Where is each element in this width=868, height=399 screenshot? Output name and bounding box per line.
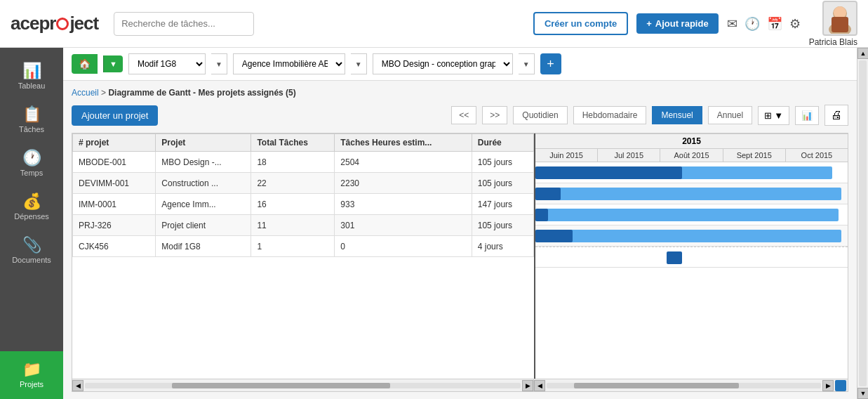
sidebar-label-temps: Temps xyxy=(20,169,43,177)
content-area: 🏠 ▼ Modif 1G8 ▼ Agence Immobilière ABC ▼… xyxy=(63,48,857,399)
header-icons: ✉ 🕐 📅 ⚙ xyxy=(727,16,801,32)
scroll-down-arrow[interactable]: ▼ xyxy=(857,388,868,399)
nav-next-button[interactable]: >> xyxy=(482,106,507,124)
home-button[interactable]: 🏠 xyxy=(72,54,98,74)
creer-compte-button[interactable]: Créer un compte xyxy=(533,12,628,35)
breadcrumb: Accueil > Diagramme de Gantt - Mes proje… xyxy=(72,88,848,98)
gantt-bar-dark xyxy=(535,166,682,179)
gantt-bar-row xyxy=(535,225,848,247)
gantt-month-label: Août 2015 xyxy=(660,149,723,162)
main-layout: 📊 Tableau 📋 Tâches 🕐 Temps 💰 Dépenses 📎 … xyxy=(0,48,868,399)
gantt-bar-light xyxy=(535,230,841,242)
gantt-bar-light xyxy=(535,209,839,221)
sidebar-item-temps[interactable]: 🕐 Temps xyxy=(0,142,63,185)
gantt-table-container: # projet Projet Total Tâches Tâches Heur… xyxy=(72,133,848,379)
user-avatar[interactable] xyxy=(822,1,857,36)
sidebar-item-documents[interactable]: 📎 Documents xyxy=(0,229,63,273)
table-row: DEVIMM-001Construction ...222230105 jour… xyxy=(73,173,534,194)
view-quotidien-button[interactable]: Quotidien xyxy=(513,106,567,124)
settings-icon[interactable]: ⚙ xyxy=(789,16,801,32)
scroll-right-arrow-right[interactable]: ▶ xyxy=(822,380,834,391)
select-agence[interactable]: Agence Immobilière ABC xyxy=(233,53,345,74)
select-modif[interactable]: Modif 1G8 xyxy=(128,53,206,74)
sidebar-item-depenses[interactable]: 💰 Dépenses xyxy=(0,185,63,229)
col-projet: Projet xyxy=(156,134,251,152)
toolbar-plus-button[interactable]: + xyxy=(540,53,561,74)
print-button[interactable]: 🖨 xyxy=(824,105,848,126)
scroll-up-arrow[interactable]: ▲ xyxy=(857,48,868,59)
sidebar-item-projets[interactable]: 📁 Projets xyxy=(0,351,63,399)
table-row: PRJ-326Projet client11301105 jours xyxy=(73,215,534,236)
view-annuel-button[interactable]: Annuel xyxy=(708,106,752,124)
grid-view-button[interactable]: ⊞ ▼ xyxy=(758,106,789,125)
gantt-right-panel: 2015 Juin 2015Jul 2015Août 2015Sept 2015… xyxy=(534,133,848,379)
gantt-left-panel: # projet Projet Total Tâches Tâches Heur… xyxy=(72,133,534,379)
plus-icon: + xyxy=(646,18,652,29)
projets-icon: 📁 xyxy=(22,362,41,377)
ajout-rapide-button[interactable]: + Ajout rapide xyxy=(636,13,718,34)
breadcrumb-home-link[interactable]: Accueil xyxy=(72,88,99,98)
clock-icon[interactable]: 🕐 xyxy=(745,16,760,32)
gantt-bar-row xyxy=(535,247,848,268)
chart-view-button[interactable]: 📊 xyxy=(795,106,819,125)
resize-handle[interactable] xyxy=(835,380,846,391)
scroll-left-arrow-right[interactable]: ◀ xyxy=(534,380,545,391)
select-mbo[interactable]: MBO Design - conception graphique xyxy=(373,53,513,74)
page-content: Accueil > Diagramme de Gantt - Mes proje… xyxy=(63,81,857,399)
col-heures: Tâches Heures estim... xyxy=(335,134,472,152)
gantt-bar-dark xyxy=(535,188,561,200)
home-dropdown-button[interactable]: ▼ xyxy=(103,55,123,72)
gantt-month-label: Sept 2015 xyxy=(723,149,786,162)
gantt-bar-row xyxy=(535,204,848,225)
select-modif-arrow[interactable]: ▼ xyxy=(211,53,227,74)
scroll-right-arrow[interactable]: ▶ xyxy=(522,380,533,391)
scroll-left-arrow[interactable]: ◀ xyxy=(72,380,84,391)
sidebar-label-tableau: Tableau xyxy=(18,81,46,90)
depenses-icon: 💰 xyxy=(22,194,41,209)
sidebar-label-documents: Documents xyxy=(12,256,51,264)
select-agence-arrow[interactable]: ▼ xyxy=(351,53,367,74)
table-row: CJK456Modif 1G8104 jours xyxy=(73,236,534,257)
tableau-icon: 📊 xyxy=(22,63,41,79)
grid-icon: ⊞ xyxy=(764,110,772,121)
gantt-bar-row xyxy=(535,183,848,204)
gantt-month-label: Juin 2015 xyxy=(535,149,598,162)
taches-icon: 📋 xyxy=(22,107,41,122)
gantt-bar-light xyxy=(535,188,841,200)
search-input[interactable] xyxy=(114,12,254,36)
toolbar: 🏠 ▼ Modif 1G8 ▼ Agence Immobilière ABC ▼… xyxy=(63,48,857,81)
view-mensuel-button[interactable]: Mensuel xyxy=(652,106,702,124)
breadcrumb-current: Diagramme de Gantt - Mes projets assigné… xyxy=(108,88,295,98)
sidebar-item-taches[interactable]: 📋 Tâches xyxy=(0,98,63,142)
gantt-data-table: # projet Projet Total Tâches Tâches Heur… xyxy=(72,133,534,257)
view-hebdomadaire-button[interactable]: Hebdomadaire xyxy=(573,106,647,124)
nav-prev-button[interactable]: << xyxy=(451,106,476,124)
sidebar-label-taches: Tâches xyxy=(19,125,44,133)
documents-icon: 📎 xyxy=(22,237,41,253)
calendar-icon[interactable]: 📅 xyxy=(767,16,782,32)
logo-text: aceprject xyxy=(11,13,98,34)
gantt-month-label: Oct 2015 xyxy=(786,149,848,162)
logo: aceprject xyxy=(11,13,98,34)
select-mbo-arrow[interactable]: ▼ xyxy=(519,53,535,74)
sidebar-item-tableau[interactable]: 📊 Tableau xyxy=(0,55,63,98)
sidebar: 📊 Tableau 📋 Tâches 🕐 Temps 💰 Dépenses 📎 … xyxy=(0,48,63,399)
mail-icon[interactable]: ✉ xyxy=(727,16,737,32)
table-row: MBODE-001MBO Design -...182504105 jours xyxy=(73,152,534,173)
col-total: Total Tâches xyxy=(251,134,335,152)
add-project-button[interactable]: Ajouter un projet xyxy=(72,105,158,126)
gantt-bar-dark xyxy=(535,230,573,242)
top-header: aceprject Créer un compte + Ajout rapide… xyxy=(0,0,868,48)
user-block: Patricia Blais xyxy=(809,1,857,47)
gantt-controls: Ajouter un projet << >> Quotidien Hebdom… xyxy=(72,105,848,126)
col-id: # projet xyxy=(73,134,156,152)
svg-rect-3 xyxy=(832,17,848,32)
chart-icon: 📊 xyxy=(801,110,813,121)
sidebar-label-depenses: Dépenses xyxy=(14,212,49,221)
user-name: Patricia Blais xyxy=(809,37,857,47)
bottom-scrollbar-bar: ◀ ▶ ◀ ▶ xyxy=(72,379,848,391)
gantt-bar-row xyxy=(535,162,848,183)
vertical-scrollbar: ▲ ▼ xyxy=(857,48,868,399)
gantt-bars-container xyxy=(535,162,848,268)
gantt-bar-small xyxy=(667,251,682,264)
